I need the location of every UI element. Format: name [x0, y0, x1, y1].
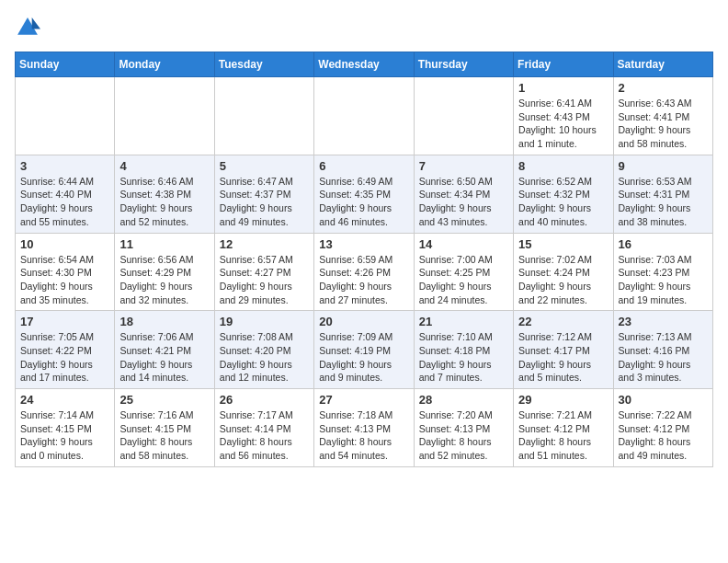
calendar-cell: 5Sunrise: 6:47 AM Sunset: 4:37 PM Daylig… — [214, 155, 313, 233]
day-info: Sunrise: 7:06 AM Sunset: 4:21 PM Dayligh… — [119, 330, 209, 385]
day-info: Sunrise: 6:56 AM Sunset: 4:29 PM Dayligh… — [119, 253, 209, 307]
calendar-cell: 28Sunrise: 7:20 AM Sunset: 4:13 PM Dayli… — [414, 389, 513, 467]
calendar-week-4: 17Sunrise: 7:05 AM Sunset: 4:22 PM Dayli… — [16, 311, 713, 389]
calendar-cell: 29Sunrise: 7:21 AM Sunset: 4:12 PM Dayli… — [514, 389, 613, 467]
day-number: 6 — [319, 159, 408, 173]
day-number: 22 — [518, 315, 608, 328]
day-number: 24 — [20, 393, 109, 407]
calendar-cell: 30Sunrise: 7:22 AM Sunset: 4:12 PM Dayli… — [613, 389, 712, 467]
day-info: Sunrise: 7:18 AM Sunset: 4:13 PM Dayligh… — [319, 408, 408, 463]
day-number: 23 — [619, 315, 708, 328]
day-info: Sunrise: 7:16 AM Sunset: 4:15 PM Dayligh… — [119, 408, 209, 463]
day-number: 13 — [319, 237, 408, 251]
calendar-cell — [115, 77, 214, 155]
day-number: 2 — [619, 81, 708, 95]
day-info: Sunrise: 6:41 AM Sunset: 4:43 PM Dayligh… — [518, 97, 608, 151]
calendar-cell: 12Sunrise: 6:57 AM Sunset: 4:27 PM Dayli… — [214, 233, 313, 311]
calendar-cell: 16Sunrise: 7:03 AM Sunset: 4:23 PM Dayli… — [613, 233, 712, 311]
calendar-table: SundayMondayTuesdayWednesdayThursdayFrid… — [15, 52, 713, 467]
calendar-cell: 18Sunrise: 7:06 AM Sunset: 4:21 PM Dayli… — [115, 311, 214, 389]
day-info: Sunrise: 7:12 AM Sunset: 4:17 PM Dayligh… — [518, 330, 608, 385]
calendar-week-5: 24Sunrise: 7:14 AM Sunset: 4:15 PM Dayli… — [16, 389, 713, 467]
calendar-cell: 6Sunrise: 6:49 AM Sunset: 4:35 PM Daylig… — [314, 155, 414, 233]
calendar-cell: 7Sunrise: 6:50 AM Sunset: 4:34 PM Daylig… — [414, 155, 513, 233]
calendar-cell: 17Sunrise: 7:05 AM Sunset: 4:22 PM Dayli… — [16, 311, 115, 389]
calendar-cell: 11Sunrise: 6:56 AM Sunset: 4:29 PM Dayli… — [115, 233, 214, 311]
calendar-cell: 2Sunrise: 6:43 AM Sunset: 4:41 PM Daylig… — [613, 77, 712, 155]
calendar-cell — [414, 77, 513, 155]
day-number: 21 — [419, 315, 508, 328]
day-info: Sunrise: 7:17 AM Sunset: 4:14 PM Dayligh… — [220, 408, 309, 463]
weekday-header-friday: Friday — [514, 52, 613, 77]
weekday-header-wednesday: Wednesday — [314, 52, 414, 77]
day-info: Sunrise: 7:13 AM Sunset: 4:16 PM Dayligh… — [619, 330, 708, 385]
day-number: 18 — [119, 315, 209, 328]
calendar-cell: 19Sunrise: 7:08 AM Sunset: 4:20 PM Dayli… — [214, 311, 313, 389]
day-number: 16 — [619, 237, 708, 251]
day-number: 3 — [20, 159, 109, 173]
calendar-cell: 4Sunrise: 6:46 AM Sunset: 4:38 PM Daylig… — [115, 155, 214, 233]
day-info: Sunrise: 6:50 AM Sunset: 4:34 PM Dayligh… — [419, 175, 508, 229]
day-info: Sunrise: 7:03 AM Sunset: 4:23 PM Dayligh… — [619, 253, 708, 307]
day-info: Sunrise: 7:22 AM Sunset: 4:12 PM Dayligh… — [619, 408, 708, 463]
day-number: 20 — [319, 315, 408, 328]
day-number: 19 — [220, 315, 309, 328]
day-number: 9 — [619, 159, 708, 173]
calendar-cell: 22Sunrise: 7:12 AM Sunset: 4:17 PM Dayli… — [514, 311, 613, 389]
day-info: Sunrise: 6:59 AM Sunset: 4:26 PM Dayligh… — [319, 253, 408, 307]
weekday-header-monday: Monday — [115, 52, 214, 77]
calendar-cell: 24Sunrise: 7:14 AM Sunset: 4:15 PM Dayli… — [16, 389, 115, 467]
day-number: 7 — [419, 159, 508, 173]
day-number: 27 — [319, 393, 408, 407]
day-number: 5 — [220, 159, 309, 173]
day-info: Sunrise: 6:46 AM Sunset: 4:38 PM Dayligh… — [119, 175, 209, 229]
calendar-week-3: 10Sunrise: 6:54 AM Sunset: 4:30 PM Dayli… — [16, 233, 713, 311]
day-info: Sunrise: 7:05 AM Sunset: 4:22 PM Dayligh… — [20, 330, 109, 385]
day-number: 10 — [20, 237, 109, 251]
day-info: Sunrise: 6:47 AM Sunset: 4:37 PM Dayligh… — [220, 175, 309, 229]
day-info: Sunrise: 7:02 AM Sunset: 4:24 PM Dayligh… — [518, 253, 608, 307]
day-number: 15 — [518, 237, 608, 251]
day-info: Sunrise: 7:14 AM Sunset: 4:15 PM Dayligh… — [20, 408, 109, 463]
calendar-cell — [16, 77, 115, 155]
day-info: Sunrise: 6:44 AM Sunset: 4:40 PM Dayligh… — [20, 175, 109, 229]
calendar-cell: 25Sunrise: 7:16 AM Sunset: 4:15 PM Dayli… — [115, 389, 214, 467]
svg-marker-2 — [32, 17, 40, 29]
day-info: Sunrise: 7:10 AM Sunset: 4:18 PM Dayligh… — [419, 330, 508, 385]
day-info: Sunrise: 7:09 AM Sunset: 4:19 PM Dayligh… — [319, 330, 408, 385]
calendar-cell: 3Sunrise: 6:44 AM Sunset: 4:40 PM Daylig… — [16, 155, 115, 233]
day-number: 25 — [119, 393, 209, 407]
day-number: 29 — [518, 393, 608, 407]
day-number: 11 — [119, 237, 209, 251]
day-info: Sunrise: 6:52 AM Sunset: 4:32 PM Dayligh… — [518, 175, 608, 229]
calendar-week-2: 3Sunrise: 6:44 AM Sunset: 4:40 PM Daylig… — [16, 155, 713, 233]
weekday-header-sunday: Sunday — [16, 52, 115, 77]
calendar-cell — [214, 77, 313, 155]
calendar-cell: 9Sunrise: 6:53 AM Sunset: 4:31 PM Daylig… — [613, 155, 712, 233]
day-info: Sunrise: 7:08 AM Sunset: 4:20 PM Dayligh… — [220, 330, 309, 385]
calendar-cell: 8Sunrise: 6:52 AM Sunset: 4:32 PM Daylig… — [514, 155, 613, 233]
day-info: Sunrise: 7:20 AM Sunset: 4:13 PM Dayligh… — [419, 408, 508, 463]
day-info: Sunrise: 6:49 AM Sunset: 4:35 PM Dayligh… — [319, 175, 408, 229]
day-info: Sunrise: 6:43 AM Sunset: 4:41 PM Dayligh… — [619, 97, 708, 151]
day-info: Sunrise: 7:00 AM Sunset: 4:25 PM Dayligh… — [419, 253, 508, 307]
day-number: 4 — [119, 159, 209, 173]
day-info: Sunrise: 7:21 AM Sunset: 4:12 PM Dayligh… — [518, 408, 608, 463]
day-number: 17 — [20, 315, 109, 328]
calendar-cell: 14Sunrise: 7:00 AM Sunset: 4:25 PM Dayli… — [414, 233, 513, 311]
calendar-cell: 20Sunrise: 7:09 AM Sunset: 4:19 PM Dayli… — [314, 311, 414, 389]
calendar-cell: 27Sunrise: 7:18 AM Sunset: 4:13 PM Dayli… — [314, 389, 414, 467]
day-info: Sunrise: 6:54 AM Sunset: 4:30 PM Dayligh… — [20, 253, 109, 307]
calendar-cell — [314, 77, 414, 155]
page-header — [15, 15, 713, 40]
day-number: 30 — [619, 393, 708, 407]
day-number: 14 — [419, 237, 508, 251]
calendar-cell: 1Sunrise: 6:41 AM Sunset: 4:43 PM Daylig… — [514, 77, 613, 155]
calendar-cell: 13Sunrise: 6:59 AM Sunset: 4:26 PM Dayli… — [314, 233, 414, 311]
calendar-cell: 26Sunrise: 7:17 AM Sunset: 4:14 PM Dayli… — [214, 389, 313, 467]
weekday-header-saturday: Saturday — [613, 52, 712, 77]
logo-icon — [15, 15, 40, 40]
day-info: Sunrise: 6:53 AM Sunset: 4:31 PM Dayligh… — [619, 175, 708, 229]
calendar-cell: 10Sunrise: 6:54 AM Sunset: 4:30 PM Dayli… — [16, 233, 115, 311]
weekday-header-thursday: Thursday — [414, 52, 513, 77]
